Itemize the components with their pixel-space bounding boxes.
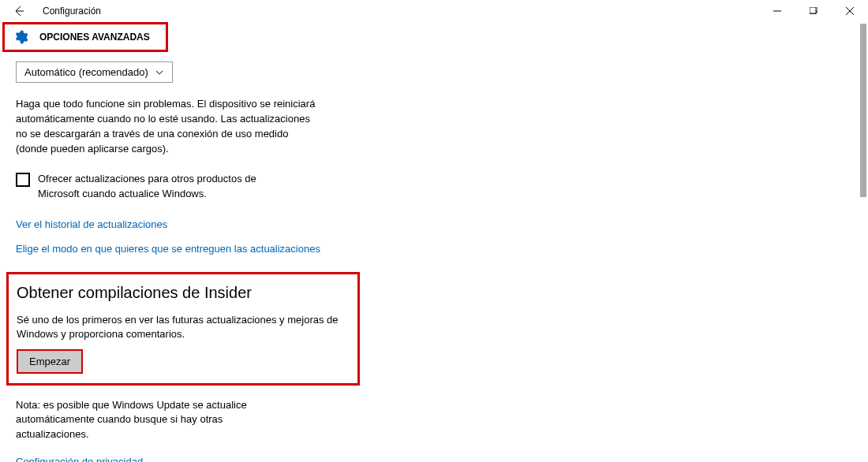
vertical-scrollbar[interactable]: [860, 24, 866, 197]
other-products-checkbox-row[interactable]: Ofrecer actualizaciones para otros produ…: [16, 172, 458, 200]
insider-heading: Obtener compilaciones de Insider: [17, 284, 357, 302]
close-icon: [846, 7, 854, 15]
page-title: OPCIONES AVANZADAS: [39, 32, 150, 43]
close-button[interactable]: [832, 0, 868, 22]
chevron-down-icon: [155, 68, 164, 77]
view-history-link[interactable]: Ver el historial de actualizaciones: [16, 218, 458, 230]
minimize-icon: [773, 7, 781, 15]
privacy-link[interactable]: Configuración de privacidad: [16, 456, 458, 462]
maximize-button[interactable]: [795, 0, 832, 22]
maximize-icon: [810, 7, 817, 15]
update-mode-dropdown[interactable]: Automático (recomendado): [16, 61, 173, 83]
start-button[interactable]: Empezar: [17, 349, 83, 374]
insider-highlight-box: Obtener compilaciones de Insider Sé uno …: [6, 272, 360, 386]
gear-icon: [13, 29, 28, 45]
svg-rect-4: [810, 7, 816, 13]
minimize-button[interactable]: [759, 0, 795, 22]
page-header-highlight: OPCIONES AVANZADAS: [2, 22, 168, 52]
update-note: Nota: es posible que Windows Update se a…: [16, 398, 284, 442]
back-arrow-icon: [13, 5, 25, 17]
titlebar: Configuración: [0, 0, 868, 22]
window-title: Configuración: [43, 6, 101, 17]
dropdown-selected: Automático (recomendado): [24, 66, 148, 78]
checkbox-label: Ofrecer actualizaciones para otros produ…: [38, 172, 298, 200]
checkbox-unchecked[interactable]: [16, 173, 30, 187]
delivery-mode-link[interactable]: Elige el modo en que quieres que se entr…: [16, 243, 458, 255]
insider-description: Sé uno de los primeros en ver las futura…: [17, 313, 340, 341]
update-description: Haga que todo funcione sin problemas. El…: [16, 97, 316, 156]
window-controls: [759, 0, 868, 22]
back-button[interactable]: [11, 3, 27, 19]
